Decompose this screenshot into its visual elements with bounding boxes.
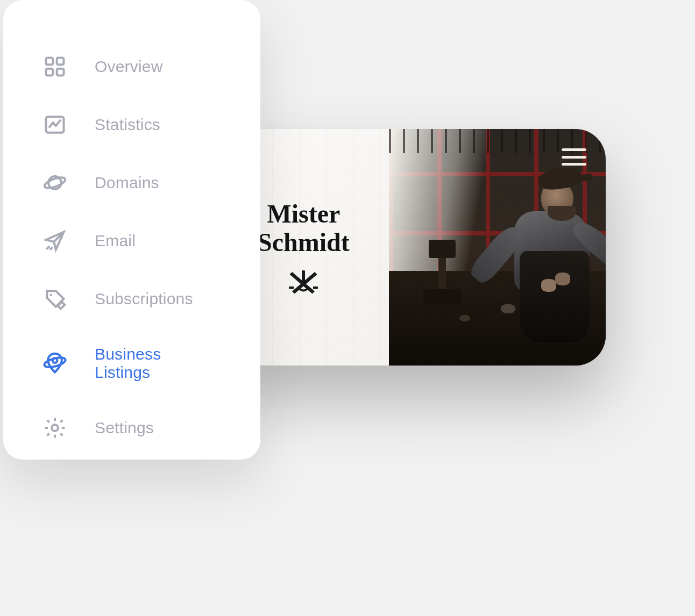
sidebar-item-label: Subscriptions: [95, 290, 193, 308]
sidebar: Overview Statistics Domains: [3, 0, 260, 460]
svg-point-13: [52, 425, 58, 431]
sidebar-item-label: Domains: [95, 174, 159, 192]
sidebar-item-settings[interactable]: Settings: [36, 399, 228, 457]
chart-icon: [43, 113, 67, 137]
preview-title-line-2: Schmidt: [258, 228, 350, 256]
sidebar-item-label: Statistics: [95, 116, 160, 134]
preview-site-title: Mister Schmidt: [258, 200, 350, 257]
preview-title-line-1: Mister: [267, 199, 340, 228]
crossed-tools-emblem-icon: [287, 269, 320, 295]
svg-line-9: [51, 248, 52, 249]
svg-rect-1: [57, 58, 64, 65]
grid-icon: [43, 55, 67, 78]
tag-edit-icon: [43, 287, 67, 311]
hamburger-icon[interactable]: [562, 148, 586, 166]
send-icon: [43, 229, 67, 253]
sidebar-item-statistics[interactable]: Statistics: [36, 96, 228, 154]
svg-point-6: [44, 175, 67, 190]
sidebar-item-label: Email: [95, 232, 136, 250]
svg-rect-3: [57, 69, 64, 76]
sidebar-item-label: Settings: [95, 419, 154, 437]
sidebar-item-overview[interactable]: Overview: [36, 38, 228, 96]
svg-rect-14: [302, 270, 305, 282]
planet-icon: [43, 171, 67, 195]
svg-rect-15: [289, 286, 294, 289]
sidebar-item-label: Business Listings: [95, 345, 221, 382]
preview-hero-image: [389, 129, 606, 366]
svg-rect-0: [46, 58, 53, 65]
svg-rect-2: [46, 69, 53, 76]
sidebar-item-email[interactable]: Email: [36, 212, 228, 270]
location-orbit-icon: [43, 352, 67, 375]
svg-rect-16: [313, 286, 318, 289]
gear-icon: [43, 416, 67, 440]
sidebar-item-domains[interactable]: Domains: [36, 154, 228, 212]
svg-line-8: [47, 247, 49, 249]
svg-point-10: [49, 293, 52, 296]
website-preview-card: Mister Schmidt: [218, 129, 606, 366]
sidebar-item-subscriptions[interactable]: Subscriptions: [36, 270, 228, 328]
sidebar-item-business-listings[interactable]: Business Listings: [36, 328, 228, 399]
sidebar-item-label: Overview: [95, 58, 163, 76]
